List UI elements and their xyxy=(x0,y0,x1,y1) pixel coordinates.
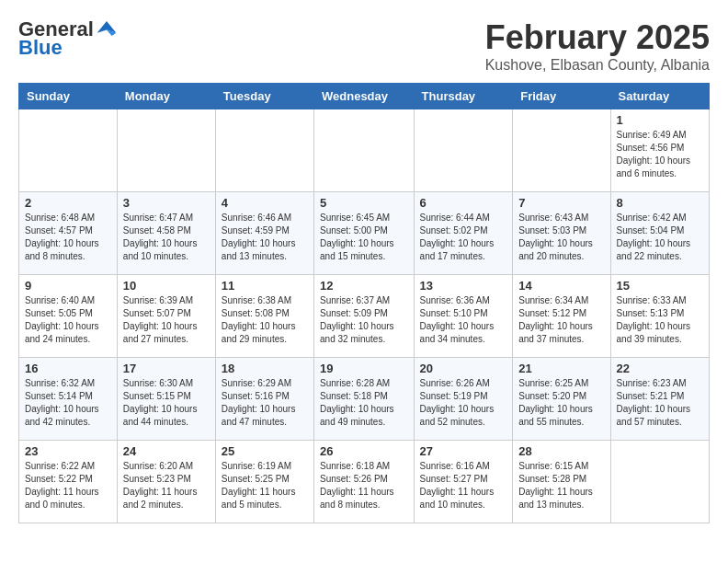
day-info: Sunrise: 6:25 AM Sunset: 5:20 PM Dayligh… xyxy=(518,377,604,429)
day-cell: 2Sunrise: 6:48 AM Sunset: 4:57 PM Daylig… xyxy=(19,192,118,275)
day-info: Sunrise: 6:18 AM Sunset: 5:26 PM Dayligh… xyxy=(320,460,408,511)
day-info: Sunrise: 6:37 AM Sunset: 5:09 PM Dayligh… xyxy=(320,294,408,346)
day-number: 24 xyxy=(123,444,210,458)
calendar: SundayMondayTuesdayWednesdayThursdayFrid… xyxy=(18,83,710,523)
weekday-header-saturday: Saturday xyxy=(610,84,709,109)
day-cell: 24Sunrise: 6:20 AM Sunset: 5:23 PM Dayli… xyxy=(117,441,215,523)
day-number: 25 xyxy=(222,444,308,458)
day-cell xyxy=(19,109,118,192)
day-info: Sunrise: 6:49 AM Sunset: 4:56 PM Dayligh… xyxy=(617,129,703,180)
day-number: 10 xyxy=(123,279,210,293)
day-cell: 1Sunrise: 6:49 AM Sunset: 4:56 PM Daylig… xyxy=(610,109,709,192)
day-cell xyxy=(215,109,313,192)
day-number: 8 xyxy=(617,196,703,210)
day-info: Sunrise: 6:16 AM Sunset: 5:27 PM Dayligh… xyxy=(420,460,507,511)
day-number: 21 xyxy=(518,362,604,375)
day-info: Sunrise: 6:33 AM Sunset: 5:13 PM Dayligh… xyxy=(617,294,703,346)
day-cell xyxy=(117,109,215,192)
day-number: 18 xyxy=(222,362,308,375)
day-number: 19 xyxy=(320,362,408,375)
day-cell: 22Sunrise: 6:23 AM Sunset: 5:21 PM Dayli… xyxy=(610,358,709,441)
day-number: 12 xyxy=(320,279,408,293)
day-info: Sunrise: 6:38 AM Sunset: 5:08 PM Dayligh… xyxy=(222,294,308,346)
day-cell: 5Sunrise: 6:45 AM Sunset: 5:00 PM Daylig… xyxy=(314,192,415,275)
day-cell: 10Sunrise: 6:39 AM Sunset: 5:07 PM Dayli… xyxy=(117,275,215,358)
day-cell: 20Sunrise: 6:26 AM Sunset: 5:19 PM Dayli… xyxy=(414,358,513,441)
day-number: 11 xyxy=(222,279,308,293)
weekday-header-monday: Monday xyxy=(117,84,215,109)
day-cell: 18Sunrise: 6:29 AM Sunset: 5:16 PM Dayli… xyxy=(215,358,313,441)
day-cell: 17Sunrise: 6:30 AM Sunset: 5:15 PM Dayli… xyxy=(117,358,215,441)
day-info: Sunrise: 6:44 AM Sunset: 5:02 PM Dayligh… xyxy=(420,212,507,263)
header: General Blue February 2025 Kushove, Elba… xyxy=(18,18,710,74)
day-cell: 25Sunrise: 6:19 AM Sunset: 5:25 PM Dayli… xyxy=(215,441,313,523)
day-info: Sunrise: 6:43 AM Sunset: 5:03 PM Dayligh… xyxy=(518,212,604,263)
day-number: 2 xyxy=(25,196,111,210)
week-row-1: 1Sunrise: 6:49 AM Sunset: 4:56 PM Daylig… xyxy=(19,109,710,192)
day-number: 28 xyxy=(518,444,604,458)
day-cell xyxy=(610,441,709,523)
day-info: Sunrise: 6:42 AM Sunset: 5:04 PM Dayligh… xyxy=(617,212,703,263)
day-cell: 4Sunrise: 6:46 AM Sunset: 4:59 PM Daylig… xyxy=(215,192,313,275)
weekday-header-sunday: Sunday xyxy=(19,84,118,109)
week-row-4: 16Sunrise: 6:32 AM Sunset: 5:14 PM Dayli… xyxy=(19,358,710,441)
day-cell: 28Sunrise: 6:15 AM Sunset: 5:28 PM Dayli… xyxy=(513,441,610,523)
week-row-3: 9Sunrise: 6:40 AM Sunset: 5:05 PM Daylig… xyxy=(19,275,710,358)
day-info: Sunrise: 6:40 AM Sunset: 5:05 PM Dayligh… xyxy=(25,294,111,346)
day-number: 6 xyxy=(420,196,507,210)
day-info: Sunrise: 6:48 AM Sunset: 4:57 PM Dayligh… xyxy=(25,212,111,263)
day-cell: 23Sunrise: 6:22 AM Sunset: 5:22 PM Dayli… xyxy=(19,441,118,523)
day-cell: 27Sunrise: 6:16 AM Sunset: 5:27 PM Dayli… xyxy=(414,441,513,523)
weekday-header-wednesday: Wednesday xyxy=(314,84,415,109)
day-info: Sunrise: 6:36 AM Sunset: 5:10 PM Dayligh… xyxy=(420,294,507,346)
day-info: Sunrise: 6:29 AM Sunset: 5:16 PM Dayligh… xyxy=(222,377,308,429)
title-area: February 2025 Kushove, Elbasan County, A… xyxy=(485,18,710,74)
day-info: Sunrise: 6:23 AM Sunset: 5:21 PM Dayligh… xyxy=(617,377,703,429)
day-cell: 3Sunrise: 6:47 AM Sunset: 4:58 PM Daylig… xyxy=(117,192,215,275)
day-info: Sunrise: 6:26 AM Sunset: 5:19 PM Dayligh… xyxy=(420,377,507,429)
day-cell: 26Sunrise: 6:18 AM Sunset: 5:26 PM Dayli… xyxy=(314,441,415,523)
day-cell xyxy=(314,109,415,192)
logo-icon xyxy=(96,19,118,38)
day-number: 23 xyxy=(25,444,111,458)
day-number: 5 xyxy=(320,196,408,210)
week-row-2: 2Sunrise: 6:48 AM Sunset: 4:57 PM Daylig… xyxy=(19,192,710,275)
location: Kushove, Elbasan County, Albania xyxy=(485,57,710,74)
weekday-header-tuesday: Tuesday xyxy=(215,84,313,109)
day-number: 7 xyxy=(518,196,604,210)
day-cell: 13Sunrise: 6:36 AM Sunset: 5:10 PM Dayli… xyxy=(414,275,513,358)
day-cell: 14Sunrise: 6:34 AM Sunset: 5:12 PM Dayli… xyxy=(513,275,610,358)
day-number: 14 xyxy=(518,279,604,293)
day-cell: 21Sunrise: 6:25 AM Sunset: 5:20 PM Dayli… xyxy=(513,358,610,441)
day-number: 4 xyxy=(222,196,308,210)
day-cell: 9Sunrise: 6:40 AM Sunset: 5:05 PM Daylig… xyxy=(19,275,118,358)
logo: General Blue xyxy=(18,18,118,59)
day-number: 16 xyxy=(25,362,111,375)
day-number: 13 xyxy=(420,279,507,293)
day-info: Sunrise: 6:19 AM Sunset: 5:25 PM Dayligh… xyxy=(222,460,308,511)
day-cell: 19Sunrise: 6:28 AM Sunset: 5:18 PM Dayli… xyxy=(314,358,415,441)
day-number: 15 xyxy=(617,279,703,293)
day-number: 26 xyxy=(320,444,408,458)
day-number: 1 xyxy=(617,113,703,127)
day-cell: 16Sunrise: 6:32 AM Sunset: 5:14 PM Dayli… xyxy=(19,358,118,441)
day-cell: 7Sunrise: 6:43 AM Sunset: 5:03 PM Daylig… xyxy=(513,192,610,275)
day-number: 17 xyxy=(123,362,210,375)
day-info: Sunrise: 6:39 AM Sunset: 5:07 PM Dayligh… xyxy=(123,294,210,346)
day-number: 3 xyxy=(123,196,210,210)
day-cell: 11Sunrise: 6:38 AM Sunset: 5:08 PM Dayli… xyxy=(215,275,313,358)
week-row-5: 23Sunrise: 6:22 AM Sunset: 5:22 PM Dayli… xyxy=(19,441,710,523)
weekday-header-friday: Friday xyxy=(513,84,610,109)
day-info: Sunrise: 6:30 AM Sunset: 5:15 PM Dayligh… xyxy=(123,377,210,429)
day-cell: 12Sunrise: 6:37 AM Sunset: 5:09 PM Dayli… xyxy=(314,275,415,358)
day-info: Sunrise: 6:28 AM Sunset: 5:18 PM Dayligh… xyxy=(320,377,408,429)
day-info: Sunrise: 6:20 AM Sunset: 5:23 PM Dayligh… xyxy=(123,460,210,511)
day-info: Sunrise: 6:45 AM Sunset: 5:00 PM Dayligh… xyxy=(320,212,408,263)
weekday-header-thursday: Thursday xyxy=(414,84,513,109)
day-number: 27 xyxy=(420,444,507,458)
day-cell: 8Sunrise: 6:42 AM Sunset: 5:04 PM Daylig… xyxy=(610,192,709,275)
day-info: Sunrise: 6:15 AM Sunset: 5:28 PM Dayligh… xyxy=(518,460,604,511)
day-cell xyxy=(414,109,513,192)
day-number: 9 xyxy=(25,279,111,293)
day-cell: 15Sunrise: 6:33 AM Sunset: 5:13 PM Dayli… xyxy=(610,275,709,358)
